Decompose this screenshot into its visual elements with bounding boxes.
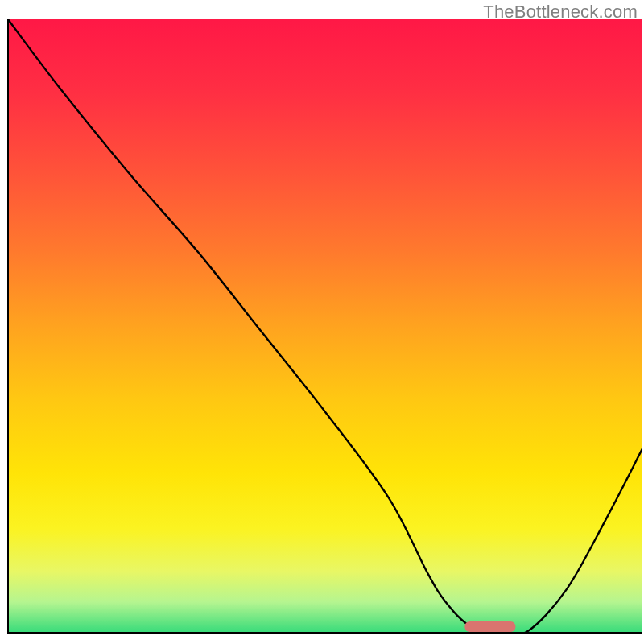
gradient-background (8, 19, 642, 633)
watermark-text: TheBottleneck.com (483, 2, 638, 23)
optimal-range-marker (464, 621, 515, 632)
bottleneck-chart (0, 0, 644, 644)
chart-container: TheBottleneck.com (0, 0, 644, 644)
